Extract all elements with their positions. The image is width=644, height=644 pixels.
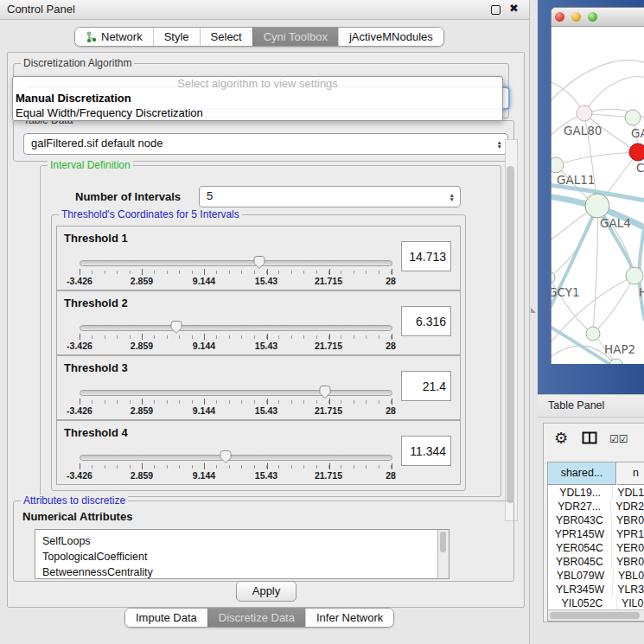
split-columns-icon[interactable]	[582, 431, 597, 448]
combo-value: galFiltered.sif default node	[31, 137, 163, 150]
panel-resize-handle[interactable]	[531, 308, 536, 313]
dropdown-option-equal-width[interactable]: Equal Width/Frequency Discretization	[13, 105, 502, 120]
close-traffic-light-icon[interactable]	[555, 12, 564, 22]
list-item[interactable]: BetweennessCentrality	[35, 564, 449, 579]
numerical-attributes-list[interactable]: SelfLoopsTopologicalCoefficientBetweenne…	[35, 529, 450, 579]
table-row[interactable]: YDL19...YDL1	[548, 486, 644, 500]
table-row[interactable]: YBL079WYBL0	[548, 569, 644, 583]
select-columns-checkboxes-icon[interactable]: ☑☑	[609, 433, 628, 445]
table-row[interactable]: YBR043CYBR0	[548, 513, 644, 527]
threshold-value-field[interactable]: 11.344	[401, 436, 451, 466]
cell-shared-name[interactable]: YDR27...	[548, 500, 611, 513]
cell-shared-name[interactable]: YIL052C	[548, 596, 617, 610]
cell-name[interactable]: YIL0	[617, 596, 643, 610]
number-of-intervals-combobox[interactable]: 5 ▲▼	[199, 186, 461, 207]
cell-name[interactable]: YER0	[612, 541, 644, 555]
table-data-combobox[interactable]: galFiltered.sif default node ▲▼	[23, 133, 508, 155]
list-item[interactable]: TopologicalCoefficient	[35, 549, 449, 564]
threshold-slider[interactable]: -3.4262.8599.14415.4321.71528	[80, 319, 391, 352]
network-window-titlebar[interactable]	[552, 8, 644, 27]
threshold-slider[interactable]: -3.4262.8599.14415.4321.71528	[80, 254, 391, 287]
scrollbar-thumb[interactable]	[507, 166, 514, 503]
threshold-value-field[interactable]: 21.4	[401, 371, 451, 401]
column-header-name[interactable]: n	[617, 462, 644, 485]
slider-track[interactable]	[80, 455, 392, 461]
table-row[interactable]: YPR145WYPR1	[548, 527, 644, 541]
zoom-traffic-light-icon[interactable]	[588, 12, 597, 22]
tab-impute-data[interactable]: Impute Data	[125, 609, 207, 627]
column-header-shared-name[interactable]: shared...	[548, 462, 616, 485]
cell-name[interactable]: YBR0	[612, 513, 644, 527]
tick-label: 2.859	[131, 341, 153, 351]
slider-track[interactable]	[80, 390, 392, 396]
float-window-icon[interactable]	[491, 5, 501, 15]
tab-select[interactable]: Select	[200, 28, 252, 46]
cell-name[interactable]: YDL1	[613, 486, 644, 500]
group-title: Threshold's Coordinates for 5 Intervals	[59, 208, 242, 220]
slider-thumb[interactable]	[319, 385, 332, 399]
slider-track[interactable]	[80, 325, 392, 331]
slider-thumb[interactable]	[169, 320, 182, 335]
minimize-traffic-light-icon[interactable]	[571, 12, 581, 22]
scrollbar-thumb[interactable]	[440, 532, 446, 552]
network-node-gal80[interactable]	[577, 105, 592, 121]
slider-thumb[interactable]	[252, 255, 265, 270]
dropdown-prompt-item[interactable]: Select algorithm to view settings	[13, 77, 502, 91]
cell-shared-name[interactable]: YPR145W	[548, 527, 612, 541]
network-canvas[interactable]: GAL80 GAL C GAL11 GAL4 GCY1 H HAP2	[552, 27, 644, 364]
cell-shared-name[interactable]: YDL19...	[548, 486, 613, 500]
cell-shared-name[interactable]: YLR345W	[548, 583, 613, 596]
cell-shared-name[interactable]: YBR043C	[548, 513, 612, 527]
tick-label: -3.426	[67, 470, 92, 481]
apply-button[interactable]: Apply	[236, 581, 296, 602]
tab-jactivemnodules[interactable]: jActiveMNodules	[338, 28, 443, 46]
table-row[interactable]: YBR045CYBR0	[548, 555, 644, 569]
slider-track[interactable]	[80, 260, 392, 266]
tick-label: 9.144	[193, 341, 215, 351]
cell-shared-name[interactable]: YBL079W	[548, 569, 614, 583]
slider-thumb[interactable]	[220, 450, 233, 464]
table-row[interactable]: YDR27...YDR2	[548, 500, 644, 513]
network-node-hap2[interactable]	[586, 327, 600, 341]
tick-label: 15.43	[255, 470, 277, 481]
threshold-slider[interactable]: -3.4262.8599.14415.4321.71528	[80, 449, 391, 481]
tab-network[interactable]: Network	[75, 28, 153, 46]
cell-name[interactable]: YPR1	[612, 527, 644, 541]
cell-name[interactable]: YBL0	[614, 569, 644, 583]
node-label-hap2: HAP2	[604, 342, 635, 356]
network-node-red-selected[interactable]	[629, 143, 644, 161]
table-row[interactable]: YER054CYER0	[548, 541, 644, 555]
thresholds-group: Threshold's Coordinates for 5 Intervals …	[51, 214, 466, 491]
window-title: Control Panel	[7, 3, 75, 16]
tab-style[interactable]: Style	[153, 28, 200, 46]
table-data-group: Table Data galFiltered.sif default node …	[13, 120, 514, 162]
network-node-gal4[interactable]	[585, 194, 609, 218]
threshold-value-field[interactable]: 14.713	[401, 241, 451, 271]
close-icon[interactable]: ✖	[509, 2, 519, 15]
cell-shared-name[interactable]: YBR045C	[548, 555, 612, 569]
network-node-gal-right[interactable]	[625, 110, 641, 125]
threshold-slider[interactable]: -3.4262.8599.14415.4321.71528	[80, 384, 391, 417]
network-node-h[interactable]	[626, 267, 643, 284]
dropdown-option-manual[interactable]: Manual Discretization	[13, 91, 502, 105]
table-row[interactable]: YLR345WYLR3	[548, 583, 644, 596]
cell-shared-name[interactable]: YER054C	[548, 541, 612, 555]
network-node-gal11[interactable]	[552, 157, 564, 173]
node-attribute-table[interactable]: shared... n YDL19...YDL1YDR27...YDR2YBR0…	[547, 462, 644, 622]
gear-icon[interactable]: ⚙	[554, 429, 568, 448]
settings-vertical-scrollbar[interactable]	[505, 139, 518, 521]
cell-name[interactable]: YBR0	[612, 555, 644, 569]
threshold-value-field[interactable]: 6.316	[401, 306, 451, 336]
cell-name[interactable]: YLR3	[613, 583, 644, 596]
tab-cyni-toolbox[interactable]: Cyni Toolbox	[252, 28, 338, 46]
tab-infer-network[interactable]: Infer Network	[305, 609, 393, 627]
table-horizontal-scrollbar[interactable]	[548, 609, 644, 621]
cell-name[interactable]: YDR2	[611, 500, 644, 513]
table-row[interactable]: YIL052CYIL0	[548, 596, 644, 610]
tab-discretize-data[interactable]: Discretize Data	[207, 609, 305, 627]
list-vertical-scrollbar[interactable]	[437, 530, 449, 578]
network-node-bottom[interactable]	[609, 359, 623, 364]
list-item[interactable]: SelfLoops	[35, 533, 449, 549]
scrollbar-thumb[interactable]	[550, 612, 640, 619]
network-window[interactable]: GAL80 GAL C GAL11 GAL4 GCY1 H HAP2	[551, 7, 644, 364]
